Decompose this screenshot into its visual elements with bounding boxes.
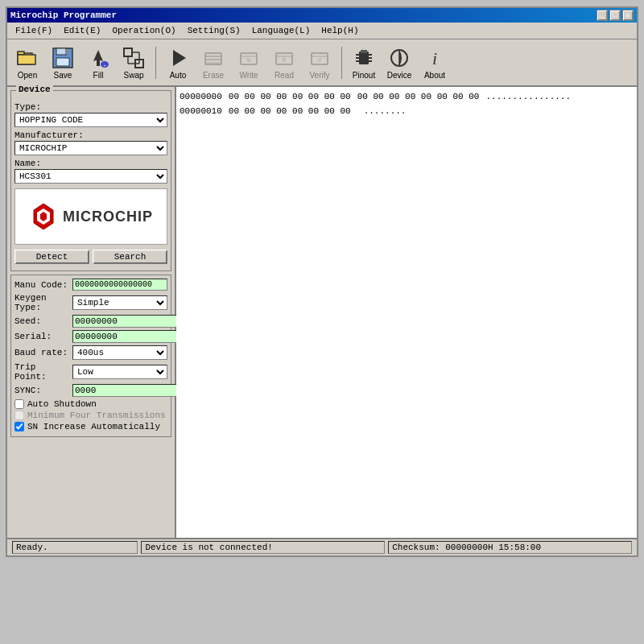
- serial-row: Serial:: [14, 330, 167, 343]
- save-label: Save: [54, 71, 72, 80]
- name-select[interactable]: HCS301: [14, 169, 167, 184]
- manu-code-input[interactable]: [72, 279, 167, 291]
- hex-addr-0: 00000000: [180, 90, 222, 105]
- status-checksum: Checksum: 00000000H 15:58:00: [388, 541, 632, 554]
- detect-button[interactable]: Detect: [14, 250, 89, 264]
- main-area: Device Type: HOPPING CODE Manufacturer: …: [7, 87, 637, 538]
- svg-text:▲: ▲: [42, 225, 46, 230]
- about-label: About: [424, 71, 445, 80]
- keygen-type-label: Keygen Type:: [14, 293, 72, 312]
- read-button[interactable]: R Read: [269, 43, 299, 82]
- auto-shutdown-checkbox[interactable]: [14, 399, 24, 409]
- verify-icon: V: [307, 45, 332, 71]
- sync-input[interactable]: [72, 384, 190, 397]
- svg-rect-33: [356, 57, 359, 59]
- hex-display-panel: 00000000 00 00 00 00 00 00 00 00 00 00 0…: [176, 87, 637, 538]
- write-label: Write: [239, 71, 258, 80]
- svg-rect-6: [66, 49, 68, 54]
- device-label: Device: [387, 71, 412, 80]
- svg-rect-5: [56, 58, 69, 66]
- swap-label: Swap: [123, 71, 143, 80]
- svg-rect-32: [356, 54, 359, 56]
- manu-code-row: Manu Code:: [14, 279, 167, 291]
- menu-help[interactable]: Help(H): [316, 24, 363, 37]
- hex-bytes-1: 00 00 00 00 00 00 00 00: [229, 105, 351, 119]
- device-button[interactable]: Device: [384, 43, 415, 82]
- toolbar-sep-2: [341, 47, 342, 79]
- device-group: Device Type: HOPPING CODE Manufacturer: …: [10, 90, 171, 271]
- svg-rect-37: [369, 60, 372, 62]
- baud-rate-label: Baud rate:: [14, 348, 72, 357]
- menu-edit[interactable]: Edit(E): [59, 24, 105, 37]
- write-button[interactable]: W Write: [233, 43, 264, 82]
- seed-row: Seed:: [14, 315, 167, 328]
- svg-rect-2: [18, 55, 35, 64]
- toolbar: Open Save +: [7, 39, 637, 87]
- trip-point-select[interactable]: Low: [72, 365, 167, 379]
- verify-button[interactable]: V Verify: [304, 43, 335, 82]
- fill-button[interactable]: + Fill: [83, 43, 114, 82]
- status-ready: Ready.: [12, 541, 138, 554]
- auto-button[interactable]: Auto: [163, 43, 193, 82]
- open-label: Open: [18, 71, 37, 80]
- manufacturer-label: Manufacturer:: [14, 130, 167, 140]
- baud-rate-select[interactable]: 400us: [72, 345, 167, 360]
- pinout-button[interactable]: Pinout: [349, 43, 379, 82]
- minimize-button[interactable]: _: [597, 10, 608, 21]
- pinout-icon: [351, 45, 377, 71]
- min-four-label: Minimum Four Transmissions: [27, 411, 166, 420]
- toolbar-sep-1: [155, 47, 156, 79]
- svg-rect-38: [361, 50, 367, 53]
- about-button[interactable]: i About: [419, 43, 450, 82]
- manufacturer-select[interactable]: MICROCHIP: [14, 141, 167, 155]
- sn-increase-checkbox[interactable]: [14, 422, 24, 431]
- read-icon: R: [271, 45, 297, 71]
- serial-label: Serial:: [14, 332, 72, 341]
- save-button[interactable]: Save: [47, 43, 78, 82]
- open-icon: [14, 45, 40, 71]
- erase-button[interactable]: Erase: [198, 43, 229, 82]
- logo-area: ▲ MICROCHIP: [14, 188, 167, 245]
- sn-increase-row: SN Increase Automatically: [14, 422, 167, 431]
- manu-code-label: Manu Code:: [14, 280, 72, 290]
- menu-file[interactable]: File(F): [10, 24, 57, 37]
- svg-marker-17: [173, 50, 186, 66]
- hex-ascii-0: ................: [485, 90, 571, 105]
- fields-section: Manu Code: Keygen Type: Simple Seed: Ser…: [10, 275, 171, 437]
- auto-shutdown-row: Auto Shutdown: [14, 399, 167, 409]
- seed-input[interactable]: [72, 315, 190, 328]
- hex-bytes2-0: 00 00 00 00 00 00 00 00: [357, 90, 480, 105]
- auto-icon: [165, 45, 191, 71]
- menu-language[interactable]: Language(L): [247, 24, 316, 37]
- close-button[interactable]: ✕: [622, 10, 634, 21]
- auto-label: Auto: [170, 71, 187, 80]
- swap-button[interactable]: Swap: [118, 43, 149, 82]
- svg-rect-8: [97, 60, 100, 66]
- svg-rect-31: [359, 52, 369, 64]
- min-four-checkbox[interactable]: [14, 411, 24, 420]
- hex-row-1: 00000010 00 00 00 00 00 00 00 00 .......…: [180, 105, 634, 119]
- menu-setting[interactable]: Setting(S): [183, 24, 246, 37]
- detect-search-row: Detect Search: [14, 250, 167, 264]
- svg-text:+: +: [103, 63, 106, 68]
- svg-rect-11: [124, 48, 132, 56]
- baud-rate-row: Baud rate: 400us: [14, 345, 167, 360]
- svg-rect-4: [56, 48, 66, 55]
- keygen-type-select[interactable]: Simple: [72, 295, 167, 310]
- open-button[interactable]: Open: [12, 43, 43, 82]
- search-button[interactable]: Search: [93, 250, 167, 264]
- sync-row: SYNC:: [14, 384, 167, 397]
- title-bar: Microchip Programmer _ □ ✕: [7, 8, 637, 23]
- verify-label: Verify: [309, 71, 329, 80]
- serial-input[interactable]: [72, 330, 190, 343]
- maximize-button[interactable]: □: [609, 10, 621, 21]
- type-label: Type:: [14, 102, 167, 112]
- trip-point-label: Trip Point:: [14, 362, 72, 382]
- type-select[interactable]: HOPPING CODE: [14, 113, 167, 127]
- sn-increase-label: SN Increase Automatically: [27, 422, 160, 431]
- window-title: Microchip Programmer: [10, 10, 117, 20]
- microchip-logo: ▲ MICROCHIP: [29, 202, 153, 231]
- auto-shutdown-label: Auto Shutdown: [27, 399, 97, 409]
- menu-operation[interactable]: Operation(O): [107, 24, 180, 37]
- trip-point-row: Trip Point: Low: [14, 362, 167, 382]
